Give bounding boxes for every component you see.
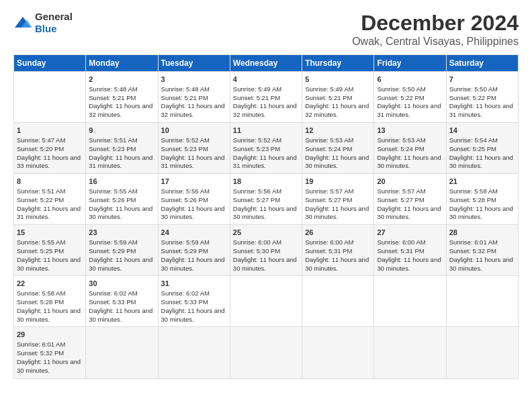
sunset: Sunset: 5:25 PM	[449, 145, 496, 152]
daylight: Daylight: 11 hours and 30 minutes.	[161, 205, 225, 221]
day-number: 24	[161, 228, 227, 238]
day-number: 17	[161, 177, 227, 187]
sunrise: Sunrise: 5:58 AM	[449, 187, 498, 195]
title-block: December 2024 Owak, Central Visayas, Phi…	[352, 11, 519, 48]
day-number: 1	[17, 126, 83, 136]
sunrise: Sunrise: 5:59 AM	[161, 238, 210, 246]
sunset: Sunset: 5:22 PM	[377, 94, 424, 101]
sunrise: Sunrise: 5:55 AM	[89, 187, 137, 195]
sunrise: Sunrise: 5:52 AM	[161, 136, 210, 144]
sunrise: Sunrise: 5:50 AM	[449, 85, 498, 93]
daylight: Daylight: 11 hours and 32 minutes.	[233, 102, 297, 118]
cell-3-7: 21Sunrise: 5:58 AMSunset: 5:28 PMDayligh…	[446, 174, 518, 225]
daylight: Daylight: 11 hours and 30 minutes.	[449, 205, 513, 221]
cell-5-3: 31Sunrise: 6:02 AMSunset: 5:33 PMDayligh…	[158, 276, 230, 327]
day-number: 9	[89, 126, 154, 136]
day-number: 14	[449, 126, 515, 136]
day-number: 18	[233, 177, 299, 187]
daylight: Daylight: 11 hours and 30 minutes.	[233, 256, 297, 272]
cell-6-4	[230, 327, 302, 378]
col-friday: Friday	[374, 55, 446, 72]
sunrise: Sunrise: 5:48 AM	[161, 85, 210, 93]
daylight: Daylight: 11 hours and 30 minutes.	[161, 307, 225, 323]
day-number: 11	[233, 126, 299, 136]
cell-2-6: 13Sunrise: 5:53 AMSunset: 5:24 PMDayligh…	[374, 123, 446, 174]
day-number: 22	[17, 279, 83, 289]
sunset: Sunset: 5:21 PM	[233, 94, 280, 101]
day-number: 31	[161, 279, 227, 289]
cell-1-2: 2Sunrise: 5:48 AMSunset: 5:21 PMDaylight…	[86, 72, 158, 123]
cell-6-1: 29Sunrise: 6:01 AMSunset: 5:32 PMDayligh…	[14, 327, 86, 378]
sunrise: Sunrise: 6:00 AM	[305, 238, 353, 246]
daylight: Daylight: 11 hours and 30 minutes.	[17, 307, 81, 323]
sunset: Sunset: 5:33 PM	[161, 298, 208, 306]
daylight: Daylight: 11 hours and 31 minutes.	[377, 102, 441, 118]
day-number: 16	[89, 177, 154, 187]
sunset: Sunset: 5:21 PM	[89, 94, 136, 101]
sunrise: Sunrise: 5:56 AM	[233, 187, 281, 195]
sunrise: Sunrise: 5:53 AM	[377, 136, 425, 144]
cell-3-2: 16Sunrise: 5:55 AMSunset: 5:26 PMDayligh…	[86, 174, 158, 225]
sunset: Sunset: 5:26 PM	[89, 196, 136, 203]
cell-2-4: 11Sunrise: 5:52 AMSunset: 5:23 PMDayligh…	[230, 123, 302, 174]
cell-2-7: 14Sunrise: 5:54 AMSunset: 5:25 PMDayligh…	[446, 123, 518, 174]
sunrise: Sunrise: 6:00 AM	[377, 238, 425, 246]
day-number: 30	[89, 279, 154, 289]
col-sunday: Sunday	[14, 55, 86, 72]
daylight: Daylight: 11 hours and 30 minutes.	[305, 205, 369, 221]
cell-1-6: 6Sunrise: 5:50 AMSunset: 5:22 PMDaylight…	[374, 72, 446, 123]
sunset: Sunset: 5:27 PM	[305, 196, 352, 203]
daylight: Daylight: 11 hours and 30 minutes.	[89, 307, 152, 323]
daylight: Daylight: 11 hours and 30 minutes.	[377, 256, 441, 272]
week-row-6: 29Sunrise: 6:01 AMSunset: 5:32 PMDayligh…	[14, 327, 519, 378]
cell-3-1: 8Sunrise: 5:51 AMSunset: 5:22 PMDaylight…	[14, 174, 86, 225]
sunrise: Sunrise: 6:01 AM	[449, 238, 498, 246]
cell-5-2: 30Sunrise: 6:02 AMSunset: 5:33 PMDayligh…	[86, 276, 158, 327]
day-number: 10	[161, 126, 227, 136]
cell-2-1: 1Sunrise: 5:47 AMSunset: 5:20 PMDaylight…	[14, 123, 86, 174]
col-tuesday: Tuesday	[158, 55, 230, 72]
sunrise: Sunrise: 5:51 AM	[89, 136, 137, 144]
header-row: Sunday Monday Tuesday Wednesday Thursday…	[14, 55, 519, 72]
day-number: 13	[377, 126, 443, 136]
daylight: Daylight: 11 hours and 31 minutes.	[449, 102, 513, 118]
week-row-2: 1Sunrise: 5:47 AMSunset: 5:20 PMDaylight…	[14, 123, 519, 174]
cell-5-5	[302, 276, 374, 327]
sunset: Sunset: 5:24 PM	[377, 145, 424, 152]
sunset: Sunset: 5:25 PM	[17, 247, 64, 255]
sunset: Sunset: 5:27 PM	[377, 196, 424, 203]
sunset: Sunset: 5:21 PM	[305, 94, 352, 101]
cell-2-2: 9Sunrise: 5:51 AMSunset: 5:23 PMDaylight…	[86, 123, 158, 174]
subtitle: Owak, Central Visayas, Philippines	[352, 36, 519, 48]
sunrise: Sunrise: 6:00 AM	[233, 238, 281, 246]
page: General Blue December 2024 Owak, Central…	[0, 0, 532, 411]
day-number: 25	[233, 228, 299, 238]
sunrise: Sunrise: 5:59 AM	[89, 238, 137, 246]
day-number: 4	[233, 75, 299, 85]
cell-2-5: 12Sunrise: 5:53 AMSunset: 5:24 PMDayligh…	[302, 123, 374, 174]
cell-1-5: 5Sunrise: 5:49 AMSunset: 5:21 PMDaylight…	[302, 72, 374, 123]
cell-3-4: 18Sunrise: 5:56 AMSunset: 5:27 PMDayligh…	[230, 174, 302, 225]
cell-4-4: 25Sunrise: 6:00 AMSunset: 5:30 PMDayligh…	[230, 225, 302, 276]
daylight: Daylight: 11 hours and 32 minutes.	[161, 102, 225, 118]
cell-1-1	[14, 72, 86, 123]
calendar-body: 2Sunrise: 5:48 AMSunset: 5:21 PMDaylight…	[14, 72, 519, 379]
cell-4-7: 28Sunrise: 6:01 AMSunset: 5:32 PMDayligh…	[446, 225, 518, 276]
cell-1-7: 7Sunrise: 5:50 AMSunset: 5:22 PMDaylight…	[446, 72, 518, 123]
sunrise: Sunrise: 5:54 AM	[449, 136, 498, 144]
logo: General Blue	[13, 11, 73, 35]
daylight: Daylight: 11 hours and 30 minutes.	[89, 256, 152, 272]
daylight: Daylight: 11 hours and 32 minutes.	[89, 102, 152, 118]
sunset: Sunset: 5:21 PM	[161, 94, 208, 101]
cell-4-2: 23Sunrise: 5:59 AMSunset: 5:29 PMDayligh…	[86, 225, 158, 276]
week-row-1: 2Sunrise: 5:48 AMSunset: 5:21 PMDaylight…	[14, 72, 519, 123]
sunset: Sunset: 5:23 PM	[161, 145, 208, 152]
day-number: 2	[89, 75, 154, 85]
daylight: Daylight: 11 hours and 30 minutes.	[89, 205, 152, 221]
daylight: Daylight: 11 hours and 30 minutes.	[17, 358, 81, 374]
cell-6-5	[302, 327, 374, 378]
sunset: Sunset: 5:31 PM	[377, 247, 424, 255]
sunset: Sunset: 5:30 PM	[233, 247, 280, 255]
sunrise: Sunrise: 5:55 AM	[17, 238, 65, 246]
cell-5-1: 22Sunrise: 5:58 AMSunset: 5:28 PMDayligh…	[14, 276, 86, 327]
